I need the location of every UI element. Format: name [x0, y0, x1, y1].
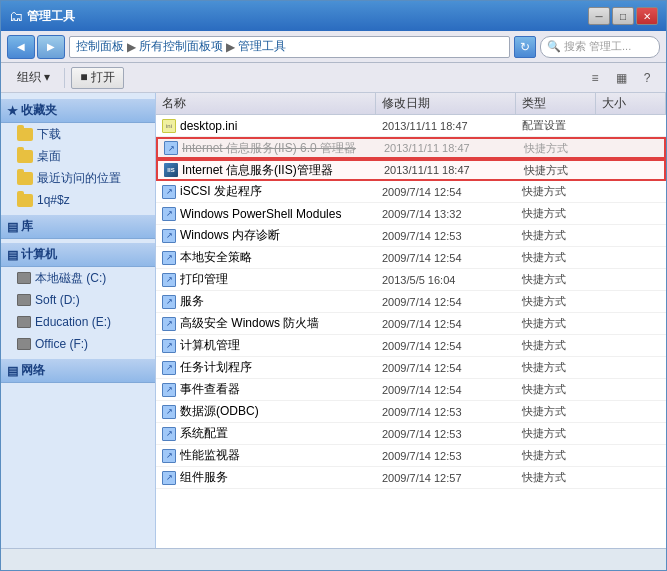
breadcrumb-item-1[interactable]: 控制面板 — [76, 38, 124, 55]
file-row-firewall[interactable]: 高级安全 Windows 防火墙 2009/7/14 12:54 快捷方式 — [156, 313, 666, 335]
breadcrumb-item-3[interactable]: 管理工具 — [238, 38, 286, 55]
file-row-print[interactable]: 打印管理 2013/5/5 16:04 快捷方式 — [156, 269, 666, 291]
sidebar-header-favorites[interactable]: ★ 收藏夹 — [1, 99, 155, 123]
file-row-perf-monitor[interactable]: 性能监视器 2009/7/14 12:53 快捷方式 — [156, 445, 666, 467]
sidebar-item-custom[interactable]: 1q#$z — [1, 189, 155, 211]
powershell-icon — [162, 207, 176, 221]
memory-icon — [162, 229, 176, 243]
computer-icon: ▤ — [7, 248, 18, 262]
computer-mgmt-icon — [162, 339, 176, 353]
col-header-size[interactable]: 大小 — [596, 93, 666, 114]
close-button[interactable]: ✕ — [636, 7, 658, 25]
library-icon: ▤ — [7, 220, 18, 234]
download-folder-icon — [17, 128, 33, 141]
firewall-icon — [162, 317, 176, 331]
file-row-computer-mgmt[interactable]: 计算机管理 2009/7/14 12:54 快捷方式 — [156, 335, 666, 357]
breadcrumb-item-2[interactable]: 所有控制面板项 — [139, 38, 223, 55]
col-header-type[interactable]: 类型 — [516, 93, 596, 114]
sidebar-item-drive-f[interactable]: Office (F:) — [1, 333, 155, 355]
help-button[interactable]: ? — [636, 67, 658, 89]
sidebar-item-label: 最近访问的位置 — [37, 170, 121, 187]
file-row-odbc[interactable]: 数据源(ODBC) 2009/7/14 12:53 快捷方式 — [156, 401, 666, 423]
sidebar-item-drive-c[interactable]: 本地磁盘 (C:) — [1, 267, 155, 289]
file-row-memory[interactable]: Windows 内存诊断 2009/7/14 12:53 快捷方式 — [156, 225, 666, 247]
drive-c-icon — [17, 272, 31, 284]
view-grid-button[interactable]: ▦ — [610, 67, 632, 89]
file-date: 2009/7/14 12:54 — [376, 318, 516, 330]
drive-f-icon — [17, 338, 31, 350]
file-name: 服务 — [180, 293, 204, 310]
file-row-services[interactable]: 服务 2009/7/14 12:54 快捷方式 — [156, 291, 666, 313]
event-viewer-icon — [162, 383, 176, 397]
col-header-date[interactable]: 修改日期 — [376, 93, 516, 114]
minimize-button[interactable]: ─ — [588, 7, 610, 25]
file-name: 性能监视器 — [180, 447, 240, 464]
iscsi-icon — [162, 185, 176, 199]
perf-monitor-icon — [162, 449, 176, 463]
sidebar-section-computer: ▤ 计算机 本地磁盘 (C:) Soft (D:) Education (E:)… — [1, 243, 155, 355]
file-row-powershell[interactable]: Windows PowerShell Modules 2009/7/14 13:… — [156, 203, 666, 225]
open-button[interactable]: ■ 打开 — [71, 67, 124, 89]
file-date: 2009/7/14 12:53 — [376, 428, 516, 440]
file-name: 事件查看器 — [180, 381, 240, 398]
forward-button[interactable]: ▶ — [37, 35, 65, 59]
file-row-desktop-ini[interactable]: ini desktop.ini 2013/11/11 18:47 配置设置 — [156, 115, 666, 137]
organize-button[interactable]: 组织 ▾ — [9, 67, 58, 89]
file-list-header: 名称 修改日期 类型 大小 — [156, 93, 666, 115]
sidebar-item-drive-d[interactable]: Soft (D:) — [1, 289, 155, 311]
file-name: iSCSI 发起程序 — [180, 183, 262, 200]
sidebar: ★ 收藏夹 下载 桌面 最近访问的位置 1q#$z — [1, 93, 156, 548]
network-icon: ▤ — [7, 364, 18, 378]
file-row-security-policy[interactable]: 本地安全策略 2009/7/14 12:54 快捷方式 — [156, 247, 666, 269]
sidebar-item-downloads[interactable]: 下载 — [1, 123, 155, 145]
sidebar-item-label: 本地磁盘 (C:) — [35, 270, 106, 287]
search-box[interactable]: 🔍 搜索 管理工... — [540, 36, 660, 58]
sidebar-section-library: ▤ 库 — [1, 215, 155, 239]
main-window: 🗂 管理工具 ─ □ ✕ ◀ ▶ 控制面板 ▶ 所有控制面板项 ▶ 管理工具 ↻… — [0, 0, 667, 571]
file-type: 快捷方式 — [516, 382, 596, 397]
address-path[interactable]: 控制面板 ▶ 所有控制面板项 ▶ 管理工具 — [69, 36, 510, 58]
sidebar-header-library[interactable]: ▤ 库 — [1, 215, 155, 239]
maximize-button[interactable]: □ — [612, 7, 634, 25]
file-name: 数据源(ODBC) — [180, 403, 259, 420]
sidebar-header-computer[interactable]: ▤ 计算机 — [1, 243, 155, 267]
file-type: 快捷方式 — [516, 250, 596, 265]
file-row-iis-manager[interactable]: IIS Internet 信息服务(IIS)管理器 2013/11/11 18:… — [156, 159, 666, 181]
file-name: Windows 内存诊断 — [180, 227, 280, 244]
file-date: 2009/7/14 12:53 — [376, 230, 516, 242]
file-row-sys-config[interactable]: 系统配置 2009/7/14 12:53 快捷方式 — [156, 423, 666, 445]
file-row-component-services[interactable]: 组件服务 2009/7/14 12:57 快捷方式 — [156, 467, 666, 489]
address-bar: ◀ ▶ 控制面板 ▶ 所有控制面板项 ▶ 管理工具 ↻ 🔍 搜索 管理工... — [1, 31, 666, 63]
favorites-icon: ★ — [7, 104, 18, 118]
file-type: 快捷方式 — [518, 141, 598, 156]
toolbar-divider — [64, 68, 65, 88]
print-icon — [162, 273, 176, 287]
col-header-name[interactable]: 名称 — [156, 93, 376, 114]
back-button[interactable]: ◀ — [7, 35, 35, 59]
toolbar-right: ≡ ▦ ? — [584, 67, 658, 89]
component-services-icon — [162, 471, 176, 485]
security-policy-icon — [162, 251, 176, 265]
view-toggle-button[interactable]: ≡ — [584, 67, 606, 89]
sidebar-item-label: Office (F:) — [35, 337, 88, 351]
main-area: ★ 收藏夹 下载 桌面 最近访问的位置 1q#$z — [1, 93, 666, 548]
refresh-button[interactable]: ↻ — [514, 36, 536, 58]
file-type: 快捷方式 — [516, 426, 596, 441]
sidebar-item-recent[interactable]: 最近访问的位置 — [1, 167, 155, 189]
file-type: 快捷方式 — [516, 228, 596, 243]
file-name: 高级安全 Windows 防火墙 — [180, 315, 319, 332]
file-row-event-viewer[interactable]: 事件查看器 2009/7/14 12:54 快捷方式 — [156, 379, 666, 401]
sidebar-item-desktop[interactable]: 桌面 — [1, 145, 155, 167]
sidebar-item-drive-e[interactable]: Education (E:) — [1, 311, 155, 333]
sidebar-item-label: Soft (D:) — [35, 293, 80, 307]
file-date: 2013/11/11 18:47 — [378, 164, 518, 176]
nav-buttons: ◀ ▶ — [7, 35, 65, 59]
file-row-iscsi[interactable]: iSCSI 发起程序 2009/7/14 12:54 快捷方式 — [156, 181, 666, 203]
file-row-iis6[interactable]: Internet 信息服务(IIS) 6.0 管理器 2013/11/11 18… — [156, 137, 666, 159]
breadcrumb-sep-2: ▶ — [226, 40, 235, 54]
file-date: 2009/7/14 12:54 — [376, 186, 516, 198]
file-row-task-scheduler[interactable]: 任务计划程序 2009/7/14 12:54 快捷方式 — [156, 357, 666, 379]
title-bar-controls: ─ □ ✕ — [588, 7, 658, 25]
file-name: Windows PowerShell Modules — [180, 207, 341, 221]
sidebar-header-network[interactable]: ▤ 网络 — [1, 359, 155, 383]
